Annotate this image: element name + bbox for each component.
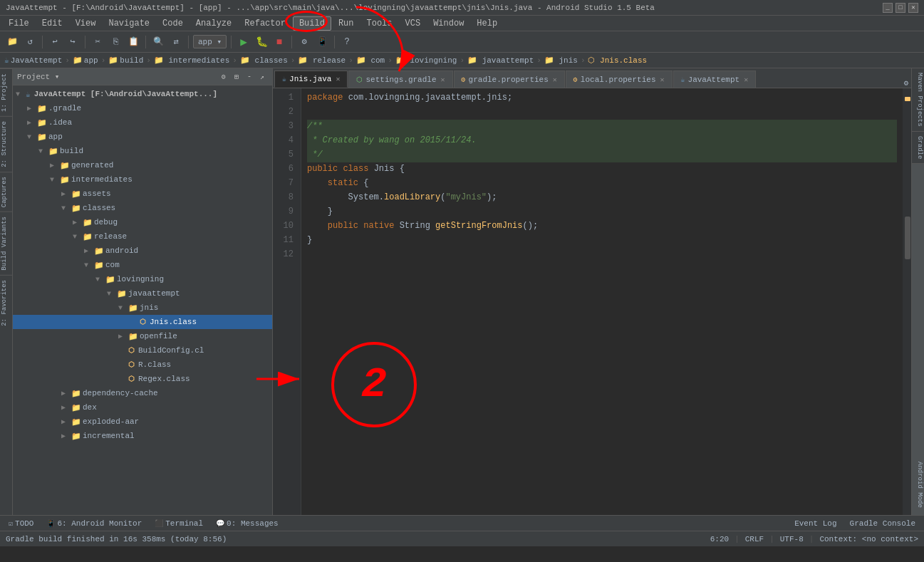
app-selector[interactable]: app ▾ (193, 35, 227, 48)
stop-btn[interactable]: ■ (271, 34, 287, 50)
editor-scrollbar[interactable] (903, 88, 911, 515)
menu-build[interactable]: Build (293, 16, 331, 31)
tab-close-gradle-props[interactable]: ✕ (553, 76, 557, 84)
left-tab-structure[interactable]: 2: Structure (0, 116, 12, 172)
menu-edit[interactable]: Edit (36, 17, 68, 30)
bottom-tab-gradle-console[interactable]: Gradle Console (844, 518, 921, 529)
tree-item-regexclass[interactable]: ⬡ Regex.class (13, 372, 272, 386)
tree-item-dep-cache[interactable]: ▶ 📁 dependency-cache (13, 386, 272, 400)
tree-item-dex[interactable]: ▶ 📁 dex (13, 400, 272, 415)
breadcrumb-item-javaattempt[interactable]: ☕JavaAttempt (4, 56, 62, 65)
bottom-tab-terminal[interactable]: ⬛ Terminal (149, 518, 209, 529)
right-tab-maven[interactable]: Maven Projects (912, 68, 924, 132)
toolbar-project-btn[interactable]: 📁 (4, 34, 20, 50)
tree-item-release[interactable]: ▼ 📁 release (13, 229, 272, 244)
tree-item-rclass[interactable]: ⬡ R.class (13, 358, 272, 372)
right-tab-android-mode[interactable]: Android Mode (912, 164, 924, 515)
breadcrumb-item-jnis[interactable]: 📁 jnis (544, 56, 578, 65)
tree-item-assets[interactable]: ▶ 📁 assets (13, 187, 272, 201)
menu-navigate[interactable]: Navigate (103, 17, 155, 30)
tree-item-idea[interactable]: ▶ 📁 .idea (13, 115, 272, 130)
breadcrumb-item-app[interactable]: 📁app (73, 56, 98, 65)
tab-close-javaattempt[interactable]: ✕ (744, 76, 748, 84)
tree-item-android[interactable]: ▶ 📁 android (13, 244, 272, 258)
editor-content[interactable]: 1 2 3 4 5 6 7 8 9 10 11 12 package com (273, 88, 911, 515)
tab-close-settings-gradle[interactable]: ✕ (441, 76, 445, 84)
tree-item-root[interactable]: ▼ ☕ JavaAttempt [F:\Android\JavaAttempt.… (13, 87, 272, 101)
tree-item-javaattempt[interactable]: ▼ 📁 javaattempt (13, 286, 272, 301)
toolbar-redo-btn[interactable]: ↪ (65, 34, 81, 50)
tree-item-generated[interactable]: ▶ 📁 generated (13, 158, 272, 172)
tab-javaattempt[interactable]: ☕ JavaAttempt ✕ (673, 71, 757, 88)
toolbar-copy-btn[interactable]: ⎘ (108, 34, 123, 50)
tab-settings-gradle[interactable]: ⬡ settings.gradle ✕ (348, 71, 452, 88)
toolbar-paste-btn[interactable]: 📋 (125, 34, 141, 50)
tree-item-jnis[interactable]: ▼ 📁 jnis (13, 301, 272, 315)
bottom-tab-todo[interactable]: ☑ TODO (3, 518, 39, 529)
toolbar-undo-btn[interactable]: ↩ (47, 34, 63, 50)
breadcrumb-item-lovingning[interactable]: 📁 lovingning (395, 56, 457, 65)
avd-manager-btn[interactable]: 📱 (314, 34, 330, 50)
left-tab-favorites[interactable]: 2: Favorites (0, 275, 12, 331)
menu-view[interactable]: View (70, 17, 102, 30)
tab-close-local-props[interactable]: ✕ (660, 76, 664, 84)
menu-code[interactable]: Code (157, 17, 189, 30)
tree-item-intermediates[interactable]: ▼ 📁 intermediates (13, 172, 272, 187)
bottom-tab-event-log[interactable]: Event Log (789, 518, 842, 529)
tree-item-jnis-class[interactable]: ⬡ Jnis.class (13, 315, 272, 329)
maximize-button[interactable]: □ (896, 3, 905, 13)
tab-local-props[interactable]: ⚙ local.properties ✕ (566, 71, 673, 88)
ph-settings-icon[interactable]: ⚙ (218, 71, 229, 83)
toolbar-replace-btn[interactable]: ⇄ (168, 34, 184, 50)
tab-gradle-props[interactable]: ⚙ gradle.properties ✕ (454, 71, 565, 88)
menu-analyze[interactable]: Analyze (190, 17, 237, 30)
bottom-tab-android-monitor[interactable]: 📱 6: Android Monitor (41, 518, 147, 529)
menu-run[interactable]: Run (333, 17, 360, 30)
breadcrumb-item-release[interactable]: 📁 release (298, 56, 346, 65)
breadcrumb-item-intermediates[interactable]: 📁 intermediates (154, 56, 229, 65)
tree-item-debug[interactable]: ▶ 📁 debug (13, 215, 272, 229)
tree-item-buildconfig[interactable]: ⬡ BuildConfig.cl (13, 343, 272, 358)
tree-item-openfile[interactable]: ▶ 📁 openfile (13, 329, 272, 343)
menu-help[interactable]: Help (471, 17, 503, 30)
breadcrumb-item-build[interactable]: 📁build (108, 56, 143, 65)
tree-item-gradle[interactable]: ▶ 📁 .gradle (13, 101, 272, 115)
ph-layout-icon[interactable]: ⊞ (231, 71, 242, 83)
menu-refactor[interactable]: Refactor (239, 17, 291, 30)
editor-settings-btn[interactable]: ⚙ (900, 78, 911, 88)
toolbar-search-btn[interactable]: 🔍 (150, 34, 166, 50)
tree-item-app[interactable]: ▼ 📁 app (13, 130, 272, 144)
ph-expand-icon[interactable]: ↗ (256, 71, 268, 83)
menu-vcs[interactable]: VCS (400, 17, 427, 30)
breadcrumb-item-jnis-class[interactable]: ⬡ Jnis.class (588, 56, 647, 65)
breadcrumb-item-com[interactable]: 📁 com (356, 56, 385, 65)
left-tab-project[interactable]: 1: Project (0, 68, 12, 116)
toolbar-sync-btn[interactable]: ↺ (22, 34, 38, 50)
tree-item-com[interactable]: ▼ 📁 com (13, 258, 272, 272)
toolbar-cut-btn[interactable]: ✂ (90, 34, 105, 50)
right-tab-gradle[interactable]: Gradle (912, 132, 924, 164)
menu-tools[interactable]: Tools (361, 17, 398, 30)
debug-btn[interactable]: 🐛 (254, 34, 269, 50)
tree-item-exploded-aar[interactable]: ▶ 📁 exploded-aar (13, 415, 272, 429)
tab-close-jnis-java[interactable]: ✕ (336, 75, 340, 83)
ph-close-icon[interactable]: - (244, 71, 255, 83)
breadcrumb-item-javaattempt2[interactable]: 📁 javaattempt (467, 56, 534, 65)
menu-window[interactable]: Window (427, 17, 469, 30)
tree-item-classes[interactable]: ▼ 📁 classes (13, 201, 272, 215)
breadcrumb-item-classes[interactable]: 📁 classes (240, 56, 288, 65)
close-button[interactable]: ✕ (908, 3, 918, 13)
tab-jnis-java[interactable]: ☕ Jnis.java ✕ (274, 71, 348, 88)
tree-item-lovingning[interactable]: ▼ 📁 lovingning (13, 272, 272, 286)
menu-file[interactable]: File (3, 17, 35, 30)
bottom-tab-messages[interactable]: 💬 0: Messages (210, 518, 284, 529)
left-tab-captures[interactable]: Captures (0, 172, 12, 212)
tree-item-build[interactable]: ▼ 📁 build (13, 144, 272, 158)
run-btn[interactable]: ▶ (236, 34, 251, 50)
help-btn[interactable]: ? (339, 34, 355, 50)
code-area[interactable]: package com.lovingning.javaattempt.jnis;… (301, 88, 903, 515)
left-tab-build-variants[interactable]: Build Variants (0, 212, 12, 275)
tree-item-incremental[interactable]: ▶ 📁 incremental (13, 429, 272, 443)
sdk-manager-btn[interactable]: ⚙ (296, 34, 312, 50)
minimize-button[interactable]: _ (883, 3, 893, 13)
